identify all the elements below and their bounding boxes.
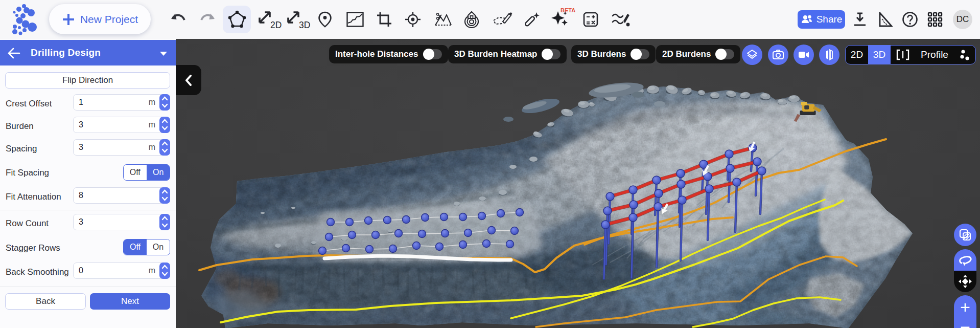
svg-text:3D: 3D (299, 20, 310, 30)
svg-text:2D: 2D (270, 20, 282, 30)
